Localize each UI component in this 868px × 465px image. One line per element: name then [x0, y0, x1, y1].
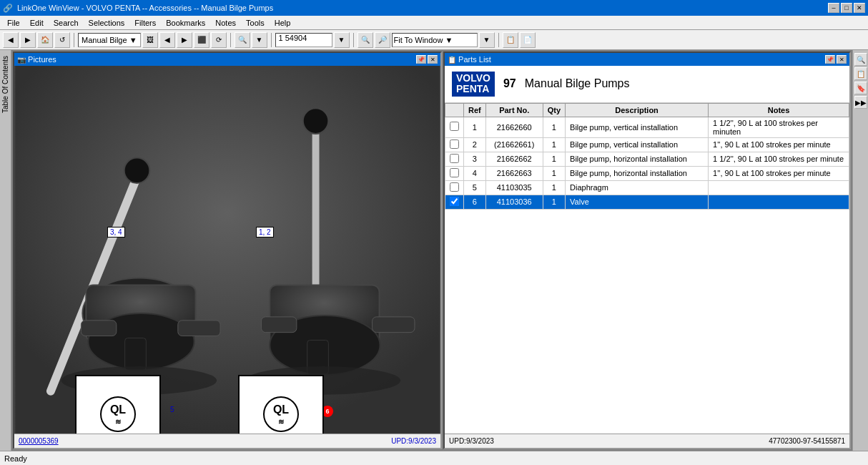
sep1 [74, 33, 74, 47]
section-title: Manual Bilge Pumps [525, 77, 630, 90]
qty-cell: 1 [543, 117, 565, 137]
parts-panel: 📋 Parts List 📌 ✕ VOLVO PENTA 97 Manual B… [443, 52, 851, 449]
qty-cell: 1 [543, 180, 565, 195]
row-checkbox-5[interactable] [450, 197, 459, 206]
row-checkbox-1[interactable] [450, 140, 459, 149]
ql-logo-left: QL ≋ [100, 396, 136, 432]
table-row[interactable]: 3 21662662 1 Bilge pump, horizontal inst… [445, 152, 849, 166]
ref-label-12: 1, 2 [256, 227, 274, 238]
menu-edit[interactable]: Edit [26, 17, 48, 29]
fit-arrow[interactable]: ▼ [479, 32, 495, 48]
workspace: Table Of Contents 📷 Pictures 📌 ✕ [0, 50, 868, 451]
section-number: 97 [503, 77, 516, 90]
app-icon: 🔗 [3, 4, 13, 13]
prev-button[interactable]: ◀ [159, 32, 175, 48]
menu-file[interactable]: File [3, 17, 24, 29]
table-row[interactable]: 4 21662663 1 Bilge pump, horizontal inst… [445, 166, 849, 180]
home-button[interactable]: 🏠 [37, 32, 53, 48]
menu-notes[interactable]: Notes [211, 17, 240, 29]
parts-table: Ref Part No. Qty Description Notes 1 216… [445, 103, 849, 210]
table-row[interactable]: 6 41103036 1 Valve [445, 195, 849, 209]
qty-cell: 1 [543, 137, 565, 152]
back-button[interactable]: ◀ [3, 32, 19, 48]
next-button[interactable]: ▶ [177, 32, 192, 48]
row-checkbox-0[interactable] [450, 122, 459, 131]
maximize-button[interactable]: □ [841, 3, 852, 13]
image-link[interactable]: 0000005369 [19, 437, 59, 445]
refresh-button[interactable]: ↺ [54, 32, 70, 48]
parts-title-bar: 📋 Parts List 📌 ✕ [445, 53, 849, 66]
reload-button[interactable]: ⟳ [211, 32, 227, 48]
status-text: Ready [4, 454, 27, 463]
pictures-content[interactable]: 3, 4 1, 2 5 6 QL ≋ QL ≋ [14, 66, 440, 434]
pictures-bottom-bar: 0000005369 UPD:9/3/2023 [14, 434, 440, 448]
right-icon-2[interactable]: 📋 [854, 67, 867, 80]
notes-cell: 1 1/2'', 90 L at 100 strokes per minuten [709, 117, 849, 137]
parts-empty-area [445, 210, 849, 434]
zoom-arrow-button[interactable]: ▼ [252, 32, 267, 48]
part-number-footer: 47702300-97-54155871 [769, 437, 845, 445]
row-checkbox-3[interactable] [450, 168, 459, 177]
sep3 [271, 33, 272, 47]
svg-rect-8 [125, 338, 147, 370]
navigation-dropdown[interactable]: Manual Bilge ▼ [78, 33, 141, 47]
svg-rect-6 [178, 320, 220, 336]
parts-close-button[interactable]: ✕ [837, 55, 847, 64]
fit-dropdown[interactable]: Fit To Window ▼ [392, 33, 478, 47]
menu-search[interactable]: Search [49, 17, 83, 29]
qty-cell: 1 [543, 166, 565, 180]
side-tab[interactable]: Table Of Contents [0, 50, 11, 451]
svg-point-10 [303, 108, 329, 134]
ref-cell: 6 [464, 195, 486, 209]
partno-cell: (21662661) [485, 137, 543, 152]
parts-pin-button[interactable]: 📌 [825, 55, 835, 64]
menu-help[interactable]: Help [270, 17, 295, 29]
notes-cell: 1 1/2'', 90 L at 100 strokes per minute [709, 152, 849, 166]
page-input[interactable]: 1 54904 [275, 33, 332, 47]
minimize-button[interactable]: – [828, 3, 839, 13]
right-icon-1[interactable]: 🔍 [854, 53, 867, 66]
zoom-btn2[interactable]: 🔍 [357, 32, 373, 48]
menu-tools[interactable]: Tools [242, 17, 269, 29]
right-icon-4[interactable]: ▶▶ [854, 96, 867, 109]
side-tab-label[interactable]: Table Of Contents [0, 53, 11, 116]
svg-rect-14 [261, 317, 296, 333]
th-checkbox [445, 103, 464, 117]
close-button[interactable]: ✕ [854, 3, 865, 13]
notes-cell: 1'', 90 L at 100 strokes per minute [709, 166, 849, 180]
zoom-btn3[interactable]: 🔎 [375, 32, 390, 48]
partno-cell: 21662662 [485, 152, 543, 166]
extra-btn1[interactable]: 📋 [503, 32, 518, 48]
menu-bookmarks[interactable]: Bookmarks [162, 17, 209, 29]
table-row[interactable]: 2 (21662661) 1 Bilge pump, vertical inst… [445, 137, 849, 152]
qty-cell: 1 [543, 152, 565, 166]
menu-filters[interactable]: Filters [130, 17, 160, 29]
th-qty: Qty [543, 103, 565, 117]
menu-selections[interactable]: Selections [84, 17, 129, 29]
stop-button[interactable]: ⬛ [194, 32, 209, 48]
package-box-left: QL ≋ [75, 375, 161, 434]
table-row[interactable]: 5 41103035 1 Diaphragm [445, 180, 849, 195]
sep2 [230, 33, 231, 47]
table-row[interactable]: 1 21662660 1 Bilge pump, vertical instal… [445, 117, 849, 137]
input-arrow[interactable]: ▼ [334, 32, 350, 48]
th-ref: Ref [464, 103, 486, 117]
zoom-out-button[interactable]: 🔍 [235, 32, 250, 48]
svg-rect-7 [81, 320, 116, 336]
row-checkbox-4[interactable] [450, 182, 459, 192]
ref-cell: 3 [464, 152, 486, 166]
partno-cell: 41103036 [485, 195, 543, 209]
pictures-pin-button[interactable]: 📌 [416, 55, 426, 64]
ref-cell: 2 [464, 137, 486, 152]
forward-button[interactable]: ▶ [20, 32, 36, 48]
toolbar: ◀ ▶ 🏠 ↺ Manual Bilge ▼ 🖼 ◀ ▶ ⬛ ⟳ 🔍 ▼ 1 5… [0, 30, 868, 50]
notes-cell: 1'', 90 L at 100 strokes per minute [709, 137, 849, 152]
pictures-title-bar: 📷 Pictures 📌 ✕ [14, 53, 440, 66]
nav-icon-button[interactable]: 🖼 [142, 32, 158, 48]
ref-cell: 5 [464, 180, 486, 195]
extra-btn2[interactable]: 📄 [520, 32, 536, 48]
pictures-close-button[interactable]: ✕ [428, 55, 438, 64]
th-partno: Part No. [485, 103, 543, 117]
row-checkbox-2[interactable] [450, 154, 459, 163]
right-icon-3[interactable]: 🔖 [854, 82, 867, 94]
